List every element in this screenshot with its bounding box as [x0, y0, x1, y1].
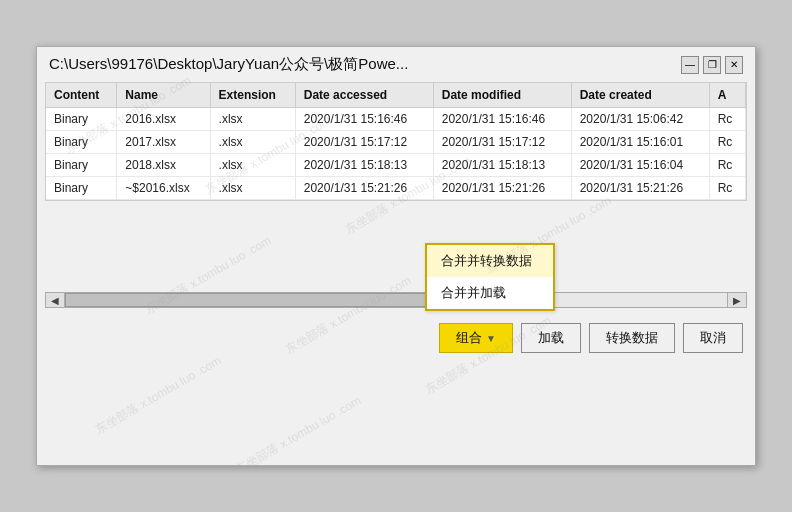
table-cell: .xlsx [210, 108, 295, 131]
transform-button[interactable]: 转换数据 [589, 323, 675, 353]
table-header-row: Content Name Extension Date accessed Dat… [46, 83, 746, 108]
table-cell: 2020/1/31 15:17:12 [433, 131, 571, 154]
table-cell: Binary [46, 154, 117, 177]
dropdown-item-merge-transform[interactable]: 合并并转换数据 [427, 245, 553, 277]
table-cell: 2020/1/31 15:16:01 [571, 131, 709, 154]
combine-dropdown-arrow: ▼ [486, 333, 496, 344]
main-window: 东坐部落 x.tombu luo .com 东坐部落 x.tombu luo .… [36, 46, 756, 466]
table-row[interactable]: Binary2017.xlsx.xlsx2020/1/31 15:17:1220… [46, 131, 746, 154]
table-cell: 2020/1/31 15:18:13 [295, 154, 433, 177]
load-button[interactable]: 加载 [521, 323, 581, 353]
table-cell: .xlsx [210, 154, 295, 177]
col-name[interactable]: Name [117, 83, 210, 108]
scroll-track[interactable] [65, 292, 727, 308]
table-cell: 2016.xlsx [117, 108, 210, 131]
table-cell: Binary [46, 108, 117, 131]
scroll-thumb[interactable] [65, 293, 462, 307]
table-cell: ~$2016.xlsx [117, 177, 210, 200]
table-cell: 2017.xlsx [117, 131, 210, 154]
table-cell: 2020/1/31 15:16:04 [571, 154, 709, 177]
table-cell: .xlsx [210, 177, 295, 200]
col-a[interactable]: A [709, 83, 745, 108]
table-cell: Rc [709, 131, 745, 154]
table-cell: 2020/1/31 15:18:13 [433, 154, 571, 177]
window-title: C:\Users\99176\Desktop\JaryYuan公众号\极简Pow… [49, 55, 681, 74]
empty-area [37, 205, 755, 285]
table-cell: Binary [46, 177, 117, 200]
col-date-modified[interactable]: Date modified [433, 83, 571, 108]
table-cell: .xlsx [210, 131, 295, 154]
table-cell: 2020/1/31 15:21:26 [433, 177, 571, 200]
scroll-left-button[interactable]: ◀ [45, 292, 65, 308]
table-cell: 2020/1/31 15:21:26 [571, 177, 709, 200]
table-row[interactable]: Binary~$2016.xlsx.xlsx2020/1/31 15:21:26… [46, 177, 746, 200]
button-row: 合并并转换数据 合并并加载 组合 ▼ 加载 转换数据 取消 [37, 315, 755, 361]
restore-button[interactable]: ❐ [703, 56, 721, 74]
table-cell: Binary [46, 131, 117, 154]
col-extension[interactable]: Extension [210, 83, 295, 108]
table-cell: Rc [709, 154, 745, 177]
combine-dropdown-popup: 合并并转换数据 合并并加载 [425, 243, 555, 311]
close-button[interactable]: ✕ [725, 56, 743, 74]
table-row[interactable]: Binary2016.xlsx.xlsx2020/1/31 15:16:4620… [46, 108, 746, 131]
minimize-button[interactable]: — [681, 56, 699, 74]
col-date-created[interactable]: Date created [571, 83, 709, 108]
table-cell: 2020/1/31 15:06:42 [571, 108, 709, 131]
horizontal-scrollbar[interactable]: ◀ ▶ [45, 289, 747, 311]
combine-label: 组合 [456, 329, 482, 347]
table-cell: 2018.xlsx [117, 154, 210, 177]
table-cell: 2020/1/31 15:16:46 [433, 108, 571, 131]
file-table: Content Name Extension Date accessed Dat… [46, 83, 746, 200]
table-cell: Rc [709, 108, 745, 131]
table-cell: 2020/1/31 15:17:12 [295, 131, 433, 154]
combine-button[interactable]: 组合 ▼ [439, 323, 513, 353]
table-cell: 2020/1/31 15:21:26 [295, 177, 433, 200]
scroll-right-button[interactable]: ▶ [727, 292, 747, 308]
file-table-container: Content Name Extension Date accessed Dat… [45, 82, 747, 201]
dropdown-item-merge-load[interactable]: 合并并加载 [427, 277, 553, 309]
table-row[interactable]: Binary2018.xlsx.xlsx2020/1/31 15:18:1320… [46, 154, 746, 177]
col-date-accessed[interactable]: Date accessed [295, 83, 433, 108]
window-controls: — ❐ ✕ [681, 56, 743, 74]
table-cell: 2020/1/31 15:16:46 [295, 108, 433, 131]
title-bar: C:\Users\99176\Desktop\JaryYuan公众号\极简Pow… [37, 47, 755, 78]
col-content[interactable]: Content [46, 83, 117, 108]
cancel-button[interactable]: 取消 [683, 323, 743, 353]
table-cell: Rc [709, 177, 745, 200]
